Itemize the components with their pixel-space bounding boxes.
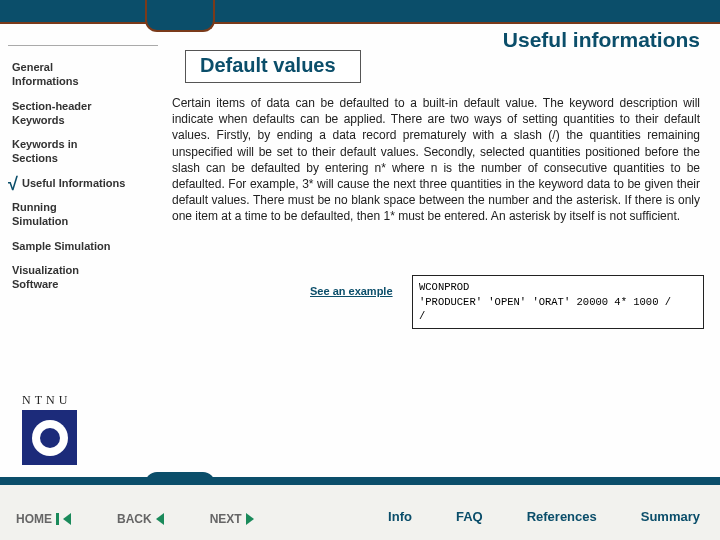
nav-keywords[interactable]: Keywords in Sections <box>12 137 160 166</box>
check-icon: √ <box>8 173 18 196</box>
code-line-2: 'PRODUCER' 'OPEN' 'ORAT' 20000 4* 1000 / <box>419 295 697 310</box>
home-label: HOME <box>16 512 52 526</box>
top-notch <box>145 0 215 32</box>
back-button[interactable]: BACK <box>117 512 164 526</box>
footer: HOME BACK NEXT Info FAQ References Summa… <box>0 482 720 540</box>
home-button[interactable]: HOME <box>16 512 71 526</box>
bar-icon <box>56 513 59 525</box>
faq-link[interactable]: FAQ <box>456 509 483 524</box>
page-title: Useful informations <box>503 28 700 52</box>
next-button[interactable]: NEXT <box>210 512 254 526</box>
footer-nav-right: Info FAQ References Summary <box>388 509 700 524</box>
next-label: NEXT <box>210 512 242 526</box>
nav-running[interactable]: Running Simulation <box>12 200 160 229</box>
code-line-3: / <box>419 309 697 324</box>
ntnu-logo <box>22 410 77 465</box>
ntnu-label: NTNU <box>22 393 71 408</box>
references-link[interactable]: References <box>527 509 597 524</box>
nav-viz[interactable]: Visualization Software <box>12 263 160 292</box>
body-text: Certain items of data can be defaulted t… <box>172 95 700 225</box>
nav-useful-info[interactable]: √ Useful Informations <box>22 176 160 190</box>
summary-link[interactable]: Summary <box>641 509 700 524</box>
top-bar <box>0 0 720 24</box>
nav-sample[interactable]: Sample Simulation <box>12 239 160 253</box>
info-link[interactable]: Info <box>388 509 412 524</box>
triangle-left-icon <box>63 513 71 525</box>
nav-section-header[interactable]: Section-header Keywords <box>12 99 160 128</box>
footer-nav-left: HOME BACK NEXT <box>16 512 254 526</box>
back-label: BACK <box>117 512 152 526</box>
triangle-right-icon <box>246 513 254 525</box>
body-content: Certain items of data can be defaulted t… <box>172 96 700 223</box>
divider <box>8 45 158 46</box>
triangle-left-icon <box>156 513 164 525</box>
sidebar: General Informations Section-header Keyw… <box>10 50 160 302</box>
code-line-1: WCONPROD <box>419 280 697 295</box>
heading: Default values <box>200 54 336 76</box>
nav-general[interactable]: General Informations <box>12 60 160 89</box>
code-example: WCONPROD 'PRODUCER' 'OPEN' 'ORAT' 20000 … <box>412 275 704 329</box>
nav-useful-info-label: Useful Informations <box>22 177 125 189</box>
see-example-link[interactable]: See an example <box>310 285 393 297</box>
heading-box: Default values <box>185 50 361 83</box>
